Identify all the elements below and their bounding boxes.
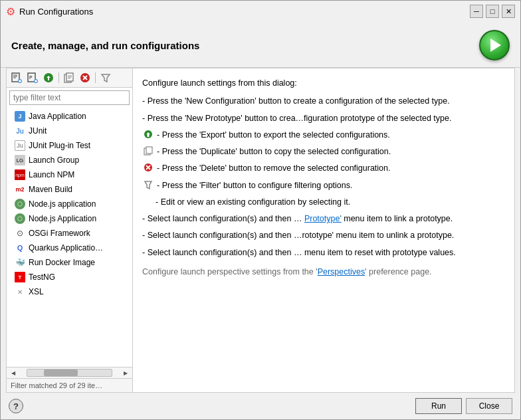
right-line-7: - Edit or view an existing configuration… bbox=[142, 195, 505, 209]
new-prototype-button[interactable]: P bbox=[25, 70, 40, 85]
new-config-button[interactable] bbox=[9, 70, 24, 85]
horizontal-scrollbar-area: ◀ ▶ bbox=[7, 367, 132, 378]
tree-item-quarkus[interactable]: Q Quarkus Applicatio… bbox=[7, 241, 132, 255]
tree-item-label: Java Application bbox=[29, 112, 86, 121]
maven-icon: m2 bbox=[15, 184, 25, 195]
tree-item-label: Run Docker Image bbox=[29, 258, 95, 267]
tree-item-label: Launch Group bbox=[29, 156, 79, 165]
app-icon: ⚙ bbox=[6, 5, 15, 18]
scroll-right-button[interactable]: ▶ bbox=[122, 369, 130, 377]
tree-item-maven[interactable]: m2 Maven Build bbox=[7, 182, 132, 197]
tree-item-label: Launch NPM bbox=[29, 170, 74, 179]
xsl-icon: ✕ bbox=[15, 286, 25, 297]
delete-button[interactable] bbox=[78, 70, 92, 85]
window-title: Run Configurations bbox=[19, 7, 93, 17]
svg-rect-23 bbox=[146, 147, 152, 154]
docker-icon: 🐳 bbox=[15, 257, 25, 268]
scrollbar-thumb bbox=[44, 369, 78, 376]
right-line-4-text: - Press the 'Duplicate' button to copy t… bbox=[157, 145, 391, 159]
junit-plugin-icon: Ju bbox=[15, 140, 25, 151]
right-panel: Configure launch settings from this dial… bbox=[133, 68, 514, 392]
tree-item-nodejs-app[interactable]: ⬡ Node.js application bbox=[7, 197, 132, 211]
svg-text:P: P bbox=[29, 75, 33, 80]
tree-item-label: Node.js application bbox=[29, 199, 96, 209]
titlebar-buttons: ─ □ ✕ bbox=[470, 5, 515, 18]
export-icon-inline bbox=[142, 130, 154, 139]
quarkus-icon: Q bbox=[15, 243, 25, 253]
filter-icon-inline bbox=[142, 180, 154, 189]
filter-input[interactable] bbox=[9, 90, 130, 105]
right-line-10: - Select launch configuration(s) and the… bbox=[142, 246, 505, 260]
tree-item-xsl[interactable]: ✕ XSL bbox=[7, 284, 132, 299]
toolbar-separator-2 bbox=[95, 72, 96, 83]
tree-item-docker[interactable]: 🐳 Run Docker Image bbox=[7, 255, 132, 270]
right-line-5: - Press the 'Delete' button to remove th… bbox=[142, 161, 505, 175]
testng-icon: T bbox=[15, 272, 25, 282]
run-configurations-window: ⚙ Run Configurations ─ □ ✕ Create, manag… bbox=[0, 0, 521, 420]
tree-item-label: JUnit Plug-in Test bbox=[29, 141, 90, 150]
tree-item-java-application[interactable]: J Java Application bbox=[7, 109, 132, 124]
right-line-6: - Press the 'Filter' button to configure… bbox=[142, 179, 505, 193]
right-line-11: Configure launch perspective settings fr… bbox=[142, 265, 505, 279]
minimize-button[interactable]: ─ bbox=[470, 5, 483, 18]
left-panel: P bbox=[7, 68, 133, 392]
right-line-3-text: - Press the 'Export' button to export th… bbox=[157, 128, 390, 142]
filter-status-text: Filter matched 29 of 29 ite… bbox=[11, 381, 102, 389]
toolbar-separator-1 bbox=[58, 72, 59, 83]
nodejs-application-icon: ⬡ bbox=[15, 213, 25, 224]
tree-item-label: Node.js Application bbox=[29, 214, 96, 223]
close-button[interactable]: Close bbox=[466, 398, 512, 414]
maximize-button[interactable]: □ bbox=[486, 5, 499, 18]
tree-item-testng[interactable]: T TestNG bbox=[7, 270, 132, 284]
tree-item-junit-plugin[interactable]: Ju JUnit Plug-in Test bbox=[7, 138, 132, 153]
left-toolbar: P bbox=[7, 68, 132, 88]
osgi-icon: ⊙ bbox=[15, 228, 25, 239]
header-section: Create, manage, and run configurations bbox=[1, 22, 520, 68]
nodejs-app-icon: ⬡ bbox=[15, 199, 25, 209]
tree-list: J Java Application Ju JUnit Ju JUnit Plu… bbox=[7, 108, 132, 367]
tree-item-label: OSGi Framework bbox=[29, 229, 90, 238]
right-line-4: - Press the 'Duplicate' button to copy t… bbox=[142, 145, 505, 159]
run-action-button[interactable]: Run bbox=[415, 398, 462, 414]
tree-item-launch-npm[interactable]: npm Launch NPM bbox=[7, 167, 132, 182]
tree-item-label: JUnit bbox=[29, 126, 47, 136]
tree-item-label: XSL bbox=[29, 287, 44, 296]
delete-icon-inline bbox=[142, 163, 154, 172]
scroll-left-button[interactable]: ◀ bbox=[9, 369, 17, 377]
duplicate-icon-inline bbox=[142, 146, 154, 156]
right-line-6-text: - Press the 'Filter' button to configure… bbox=[157, 179, 353, 193]
launch-npm-icon: npm bbox=[15, 169, 25, 180]
close-window-button[interactable]: ✕ bbox=[502, 5, 515, 18]
perspectives-link[interactable]: Perspectives bbox=[318, 267, 365, 276]
main-area: P bbox=[6, 68, 515, 393]
java-application-icon: J bbox=[15, 111, 25, 122]
titlebar: ⚙ Run Configurations ─ □ ✕ bbox=[1, 1, 520, 22]
right-line-1: - Press the 'New Configuration' button t… bbox=[142, 94, 505, 108]
right-line-2: - Press the 'New Prototype' button to cr… bbox=[142, 112, 505, 126]
right-line-8: - Select launch configuration(s) and the… bbox=[142, 212, 505, 226]
right-line-0: Configure launch settings from this dial… bbox=[142, 76, 505, 90]
tree-item-osgi[interactable]: ⊙ OSGi Framework bbox=[7, 226, 132, 241]
tree-item-label: Quarkus Applicatio… bbox=[29, 243, 103, 253]
run-button[interactable] bbox=[479, 30, 510, 60]
help-button[interactable]: ? bbox=[9, 399, 23, 413]
right-line-5-text: - Press the 'Delete' button to remove th… bbox=[157, 161, 391, 175]
export-button[interactable] bbox=[41, 70, 56, 85]
duplicate-button[interactable] bbox=[62, 70, 76, 85]
filter-status: Filter matched 29 of 29 ite… bbox=[7, 378, 132, 392]
tree-item-launch-group[interactable]: LG Launch Group bbox=[7, 153, 132, 167]
right-line-3: - Press the 'Export' button to export th… bbox=[142, 128, 505, 142]
page-title: Create, manage, and run configurations bbox=[11, 40, 199, 51]
junit-icon: Ju bbox=[15, 126, 25, 136]
titlebar-left: ⚙ Run Configurations bbox=[6, 5, 93, 18]
tree-item-label: TestNG bbox=[29, 272, 55, 282]
tree-item-nodejs-application[interactable]: ⬡ Node.js Application bbox=[7, 211, 132, 226]
right-line-9: - Select launch configuration(s) and the… bbox=[142, 229, 505, 243]
horizontal-scrollbar[interactable] bbox=[27, 369, 112, 377]
launch-group-icon: LG bbox=[15, 155, 25, 165]
action-buttons: Run Close bbox=[415, 398, 512, 414]
tree-item-junit[interactable]: Ju JUnit bbox=[7, 124, 132, 138]
prototype-link-1[interactable]: Prototype' bbox=[304, 214, 342, 223]
tree-item-label: Maven Build bbox=[29, 185, 72, 194]
filter-button[interactable] bbox=[98, 70, 113, 85]
